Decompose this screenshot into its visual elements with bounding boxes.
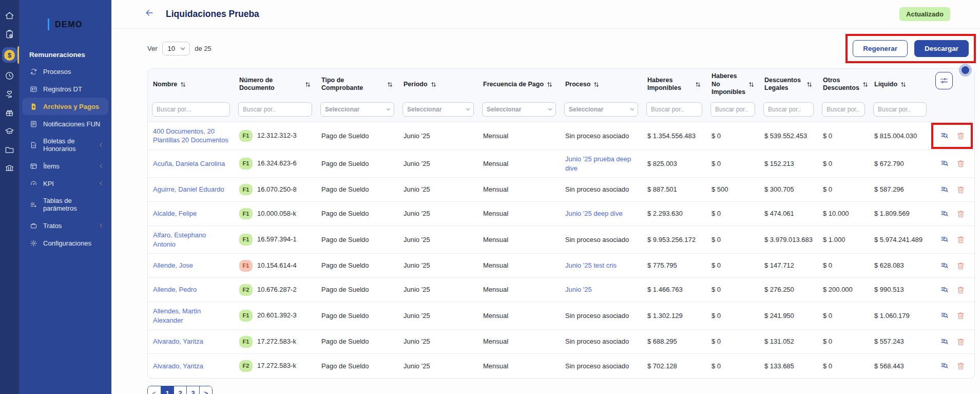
- sort-icon[interactable]: [593, 81, 600, 88]
- filter-input-doc[interactable]: [238, 102, 312, 117]
- view-detail-icon[interactable]: [939, 158, 950, 170]
- regenerar-button[interactable]: Regenerar: [853, 40, 908, 57]
- comprobante-type: Pago de Sueldo: [316, 278, 398, 302]
- sidebar-item-boletas-de-honorarios[interactable]: Boletas de Honorarios: [22, 133, 108, 157]
- sort-icon[interactable]: [900, 81, 907, 88]
- filter-select-frecuencia[interactable]: Seleccionar: [482, 102, 556, 117]
- delete-icon[interactable]: [955, 130, 966, 141]
- pagination-next-button[interactable]: >: [199, 386, 212, 394]
- view-detail-icon[interactable]: [939, 234, 950, 246]
- sidebar-item-procesos[interactable]: Procesos: [22, 63, 108, 80]
- sidebar-item-tablas-de-parametros[interactable]: Tablas de parámetros: [22, 192, 108, 217]
- payroll-dollar-icon[interactable]: $: [2, 47, 17, 63]
- sort-icon[interactable]: [304, 81, 311, 88]
- filter-input-desc_leg[interactable]: [763, 102, 814, 117]
- folder-icon[interactable]: [4, 144, 15, 155]
- process-link[interactable]: Junio '25 prueba deep dive: [565, 155, 631, 172]
- delete-icon[interactable]: [955, 336, 966, 347]
- back-arrow-icon[interactable]: [144, 8, 159, 21]
- view-detail-icon[interactable]: [939, 184, 950, 195]
- pagination-page-2[interactable]: 2: [174, 386, 186, 394]
- column-header-otros_desc[interactable]: Otros Descuentos: [818, 69, 869, 100]
- employee-name-link[interactable]: Allende, Jose: [153, 261, 193, 269]
- sort-icon[interactable]: [387, 81, 393, 88]
- clock-icon[interactable]: [4, 70, 15, 81]
- sort-icon[interactable]: [695, 81, 701, 88]
- sidebar-item-registros-dt[interactable]: Registros DT: [22, 80, 108, 98]
- filter-select-tipo[interactable]: Seleccionar: [320, 102, 394, 117]
- graduation-icon[interactable]: [4, 126, 15, 137]
- delete-icon[interactable]: [955, 260, 966, 271]
- view-detail-icon[interactable]: [939, 208, 950, 219]
- delete-icon[interactable]: [955, 234, 966, 246]
- column-header-periodo[interactable]: Período: [398, 69, 478, 100]
- sort-icon[interactable]: [806, 81, 813, 88]
- hand-heart-icon[interactable]: [4, 89, 15, 100]
- delete-icon[interactable]: [955, 361, 966, 372]
- filter-input-otros_desc[interactable]: [822, 102, 865, 117]
- payment-frequency: Mensual: [478, 226, 560, 254]
- delete-icon[interactable]: [955, 208, 966, 219]
- delete-icon[interactable]: [955, 310, 966, 322]
- employee-name-link[interactable]: Alvarado, Yaritza: [153, 337, 203, 345]
- delete-icon[interactable]: [955, 158, 966, 170]
- sidebar-item-notificaciones-fun[interactable]: Notificaciones FUN: [22, 115, 108, 133]
- descargar-button[interactable]: Descargar: [914, 40, 969, 57]
- payment-frequency: Mensual: [478, 178, 560, 202]
- sidebar-item-configuraciones[interactable]: Configuraciones: [22, 234, 108, 252]
- home-icon[interactable]: [4, 10, 15, 21]
- view-detail-icon[interactable]: [939, 284, 950, 295]
- view-detail-icon[interactable]: [939, 336, 950, 347]
- employee-name-link[interactable]: Allende, Pedro: [153, 286, 197, 293]
- delete-icon[interactable]: [955, 284, 966, 295]
- view-detail-icon[interactable]: [939, 130, 950, 141]
- view-detail-icon[interactable]: [939, 310, 950, 322]
- delete-icon[interactable]: [955, 184, 966, 195]
- sidebar-item-kpi[interactable]: KPI: [22, 175, 108, 192]
- employee-name-link[interactable]: Acuña, Daniela Carolina: [153, 160, 225, 167]
- employee-name-link[interactable]: Alcalde, Felipe: [153, 210, 197, 217]
- sort-icon[interactable]: [862, 81, 869, 88]
- organization-icon[interactable]: [4, 163, 15, 174]
- filter-input-name[interactable]: [152, 102, 230, 117]
- filter-input-liquido[interactable]: [873, 102, 927, 117]
- filter-input-hab_imp[interactable]: [646, 102, 702, 117]
- sort-icon[interactable]: [180, 81, 186, 88]
- column-header-name[interactable]: Nombre: [148, 69, 234, 100]
- column-header-tipo[interactable]: Tipo de Comprobante: [316, 69, 398, 100]
- pagination-page-1[interactable]: 1: [161, 386, 174, 394]
- process-link[interactable]: Junio '25 test cris: [565, 261, 617, 269]
- view-detail-icon[interactable]: [939, 361, 950, 372]
- sidebar-item-tratos[interactable]: Tratos: [22, 217, 108, 234]
- sort-icon[interactable]: [546, 81, 553, 88]
- column-header-frecuencia[interactable]: Frecuencia de Pago: [478, 69, 560, 100]
- process-link[interactable]: Junio '25 deep dive: [565, 210, 623, 217]
- pagination-prev-button[interactable]: <: [148, 386, 161, 394]
- column-header-proceso[interactable]: Proceso: [560, 69, 642, 100]
- process-link[interactable]: Junio '25: [565, 286, 592, 293]
- employee-name-link[interactable]: 400 Documentos, 20 Plantillas 20 Documen…: [153, 127, 228, 144]
- column-header-hab_no_imp[interactable]: Haberes No Imponibles: [706, 69, 759, 100]
- employee-name-link[interactable]: Alvarado, Yaritza: [153, 362, 203, 370]
- clipboard-icon[interactable]: [4, 29, 15, 40]
- gift-icon[interactable]: [4, 107, 15, 118]
- column-settings-button[interactable]: [935, 72, 953, 89]
- employee-name-link[interactable]: Aguirre, Daniel Eduardo: [153, 185, 224, 193]
- column-header-liquido[interactable]: Líquido: [869, 69, 931, 100]
- column-header-desc_leg[interactable]: Descuentos Legales: [759, 69, 818, 100]
- column-header-hab_imp[interactable]: Haberes Imponibles: [642, 69, 706, 100]
- period: Junio '25: [398, 226, 478, 254]
- sidebar-item-archivos-y-pagos[interactable]: $Archivos y Pagos: [22, 98, 108, 115]
- employee-name-link[interactable]: Allendes, Martin Alexander: [153, 307, 201, 324]
- filter-input-hab_no_imp[interactable]: [710, 102, 755, 117]
- sort-icon[interactable]: [748, 81, 755, 88]
- sidebar-item-items[interactable]: Ítems: [22, 157, 108, 175]
- filter-select-periodo[interactable]: Seleccionar: [402, 102, 474, 117]
- column-header-doc[interactable]: Número de Documento: [234, 69, 316, 100]
- view-detail-icon[interactable]: [939, 260, 950, 271]
- pagination-page-3[interactable]: 3: [186, 386, 199, 394]
- sort-icon[interactable]: [430, 81, 437, 88]
- filter-select-proceso[interactable]: Seleccionar: [564, 102, 638, 117]
- page-size-select[interactable]: 10: [162, 42, 190, 55]
- employee-name-link[interactable]: Alfaro, Estephano Antonio: [153, 231, 206, 248]
